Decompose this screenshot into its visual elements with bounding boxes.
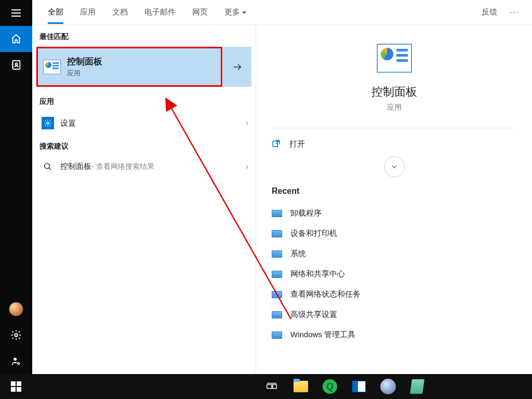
settings-app-icon	[42, 117, 54, 129]
tab-docs[interactable]: 文档	[104, 1, 136, 23]
user-avatar-button[interactable]	[0, 296, 32, 322]
web-suggestion[interactable]: 控制面板 - 查看网络搜索结果 ›	[32, 156, 256, 177]
recent-label: Recent	[272, 187, 516, 196]
folder-icon	[294, 381, 308, 392]
panel-icon	[272, 271, 282, 278]
tab-web[interactable]: 网页	[184, 1, 216, 23]
open-icon	[272, 139, 282, 149]
chevron-down-icon	[390, 163, 398, 171]
tab-all[interactable]: 全部	[39, 1, 72, 23]
svg-point-3	[14, 357, 17, 361]
control-panel-icon	[377, 44, 412, 73]
avatar-icon	[9, 302, 23, 316]
start-button[interactable]	[0, 374, 32, 399]
home-icon	[10, 33, 22, 45]
recent-item[interactable]: 卸载程序	[272, 203, 516, 223]
recent-list: 卸载程序 设备和打印机 系统 网络和共享中心 查看网络状态和任务 高级共享设置 …	[272, 203, 516, 345]
svg-point-6	[45, 163, 50, 168]
task-view-icon	[266, 381, 277, 392]
chevron-right-icon: ›	[246, 118, 248, 128]
panel-icon	[272, 311, 282, 318]
task-view-button[interactable]	[258, 374, 286, 399]
expand-button[interactable]	[384, 156, 405, 177]
recent-item[interactable]: 系统	[272, 244, 516, 264]
menu-button[interactable]	[0, 0, 32, 26]
app-q-button[interactable]	[316, 374, 344, 399]
explorer-button[interactable]	[287, 374, 315, 399]
suggestion-text: 控制面板	[60, 162, 91, 171]
panel-icon	[272, 250, 282, 258]
svg-point-4	[18, 363, 20, 365]
apps-label: 应用	[32, 90, 256, 112]
tab-more[interactable]: 更多	[216, 1, 255, 23]
arrow-right-icon	[232, 61, 243, 73]
hamburger-icon	[11, 9, 21, 17]
search-icon	[39, 162, 56, 171]
recent-item[interactable]: 设备和打印机	[272, 223, 516, 244]
q-icon	[323, 379, 337, 394]
preview-sub: 应用	[387, 103, 402, 112]
recent-item[interactable]: 高级共享设置	[272, 304, 516, 325]
avatar-icon	[380, 379, 396, 394]
taskbar	[0, 374, 532, 399]
contacts-button[interactable]	[0, 52, 32, 78]
start-sidebar	[0, 0, 32, 374]
windows-icon	[11, 381, 21, 392]
tab-apps[interactable]: 应用	[72, 1, 104, 23]
result-settings[interactable]: 设置 ›	[32, 112, 256, 135]
app-avatar-button[interactable]	[374, 374, 402, 399]
settings-button[interactable]	[0, 322, 32, 348]
result-settings-label: 设置	[60, 118, 76, 128]
home-button[interactable]	[0, 26, 32, 52]
best-match-sub: 应用	[67, 69, 102, 78]
svg-point-1	[15, 63, 17, 65]
note-icon	[410, 379, 424, 394]
panel-icon	[272, 331, 282, 339]
svg-rect-10	[273, 384, 276, 388]
address-book-icon	[10, 59, 22, 71]
person-gear-icon	[10, 355, 22, 367]
recent-item[interactable]: 查看网络状态和任务	[272, 284, 516, 304]
panel-app-icon	[352, 381, 366, 392]
chevron-down-icon	[242, 11, 246, 14]
svg-point-5	[47, 122, 49, 124]
recent-item[interactable]: 网络和共享中心	[272, 264, 516, 284]
app-panel-button[interactable]	[345, 374, 373, 399]
open-label: 打开	[289, 139, 305, 149]
svg-rect-9	[267, 384, 272, 388]
tab-bar: 全部 应用 文档 电子邮件 网页 更多 反馈 ···	[32, 0, 532, 25]
preview-title: 控制面板	[371, 84, 417, 100]
expand-preview-button[interactable]	[222, 47, 251, 87]
svg-rect-7	[273, 141, 277, 147]
best-match-label: 最佳匹配	[32, 25, 256, 47]
panel-icon	[272, 291, 282, 298]
more-options-button[interactable]: ···	[504, 8, 525, 17]
panel-icon	[272, 210, 282, 217]
suggestion-hint: - 查看网络搜索结果	[91, 162, 154, 171]
control-panel-icon	[43, 60, 61, 74]
results-column: 最佳匹配 控制面板 应用 应用 设置 ›	[32, 25, 256, 374]
preview-column: 控制面板 应用 打开 Recent 卸载程序 设备和打印机 系统 网络和共享中心…	[256, 25, 532, 374]
open-action[interactable]: 打开	[272, 128, 516, 159]
suggestions-label: 搜索建议	[32, 135, 256, 156]
app-note-button[interactable]	[403, 374, 431, 399]
best-match-result[interactable]: 控制面板 应用	[36, 47, 222, 87]
tab-email[interactable]: 电子邮件	[136, 1, 184, 23]
recent-item[interactable]: Windows 管理工具	[272, 325, 516, 345]
gear-icon	[10, 329, 22, 341]
feedback-link[interactable]: 反馈	[474, 1, 504, 23]
search-panel: 全部 应用 文档 电子邮件 网页 更多 反馈 ··· 最佳匹配 控制面板 应用	[32, 0, 532, 374]
profile-settings-button[interactable]	[0, 348, 32, 374]
best-match-title: 控制面板	[67, 56, 102, 68]
content-area: 最佳匹配 控制面板 应用 应用 设置 ›	[32, 25, 532, 374]
svg-point-2	[15, 334, 18, 337]
chevron-right-icon: ›	[246, 162, 248, 171]
panel-icon	[272, 230, 282, 237]
